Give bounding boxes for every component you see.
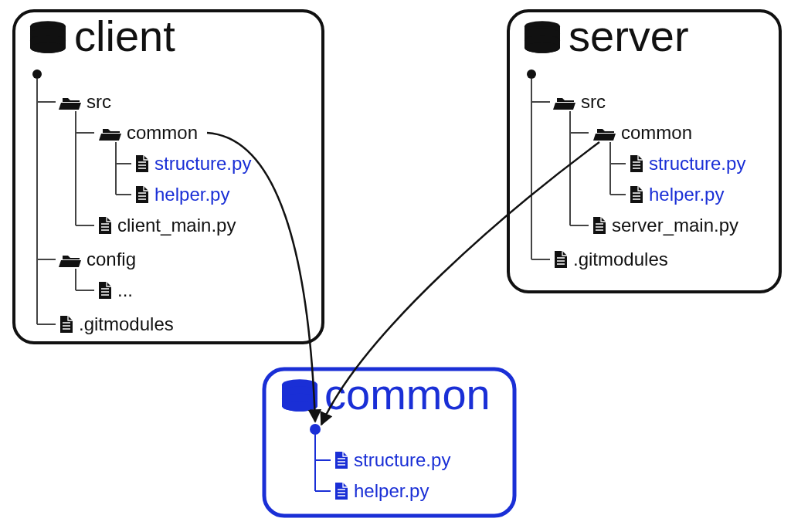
file-structure-py: structure.py <box>630 153 745 174</box>
file-client-main-py: client_main.py <box>99 215 236 236</box>
database-icon <box>282 379 317 411</box>
folder-icon <box>59 256 81 267</box>
file-icon <box>335 452 348 469</box>
svg-text:.gitmodules: .gitmodules <box>79 313 174 334</box>
file-helper-py: helper.py <box>630 184 724 205</box>
repo-server: server src common <box>508 11 780 292</box>
tree-root-dot <box>32 69 42 79</box>
folder-common: common <box>99 122 198 143</box>
repo-common: common structure.py helper.py <box>264 369 514 516</box>
svg-rect-7 <box>14 11 323 343</box>
folder-common: common <box>593 122 692 143</box>
svg-text:src: src <box>87 91 111 112</box>
file-server-main-py: server_main.py <box>593 215 738 236</box>
svg-text:structure.py: structure.py <box>649 153 745 174</box>
file-icon <box>136 186 148 203</box>
file-icon <box>136 155 148 172</box>
file-gitmodules: .gitmodules <box>555 249 668 269</box>
svg-text:...: ... <box>117 280 133 300</box>
folder-icon <box>99 129 121 141</box>
svg-text:common: common <box>127 122 198 143</box>
file-icon <box>99 217 111 234</box>
file-icon <box>630 155 643 172</box>
arrow-client-to-common <box>207 133 315 422</box>
svg-text:helper.py: helper.py <box>649 184 724 205</box>
svg-text:helper.py: helper.py <box>154 184 229 205</box>
tree-root-dot <box>310 424 321 435</box>
svg-text:helper.py: helper.py <box>354 480 429 501</box>
svg-text:structure.py: structure.py <box>354 449 450 470</box>
folder-src: src <box>553 91 606 112</box>
file-icon <box>555 251 567 268</box>
file-helper-py: helper.py <box>335 480 429 501</box>
file-icon <box>630 186 643 203</box>
svg-text:client_main.py: client_main.py <box>117 215 236 236</box>
database-icon <box>30 21 66 53</box>
file-icon <box>99 282 111 299</box>
folder-icon <box>553 98 575 110</box>
svg-text:.gitmodules: .gitmodules <box>573 249 668 269</box>
file-gitmodules: .gitmodules <box>60 313 174 334</box>
tree-lines <box>315 434 331 491</box>
svg-text:server_main.py: server_main.py <box>612 215 738 236</box>
folder-icon <box>593 129 616 141</box>
repo-client-title: client <box>74 12 175 60</box>
svg-text:src: src <box>581 91 606 112</box>
database-icon <box>525 21 560 53</box>
svg-text:config: config <box>87 249 136 269</box>
repo-client: client src <box>14 11 323 343</box>
folder-icon <box>59 98 81 110</box>
repo-server-title: server <box>569 12 689 60</box>
svg-text:common: common <box>621 122 692 143</box>
file-icon <box>60 316 73 333</box>
file-icon <box>335 483 348 500</box>
folder-config: config <box>59 249 136 269</box>
folder-src: src <box>59 91 111 112</box>
file-helper-py: helper.py <box>136 184 229 205</box>
file-structure-py: structure.py <box>335 449 450 470</box>
svg-text:structure.py: structure.py <box>154 153 251 174</box>
file-structure-py: structure.py <box>136 153 251 174</box>
file-icon <box>593 217 606 234</box>
tree-root-dot <box>527 69 536 79</box>
file-config-ellipsis: ... <box>99 280 133 300</box>
